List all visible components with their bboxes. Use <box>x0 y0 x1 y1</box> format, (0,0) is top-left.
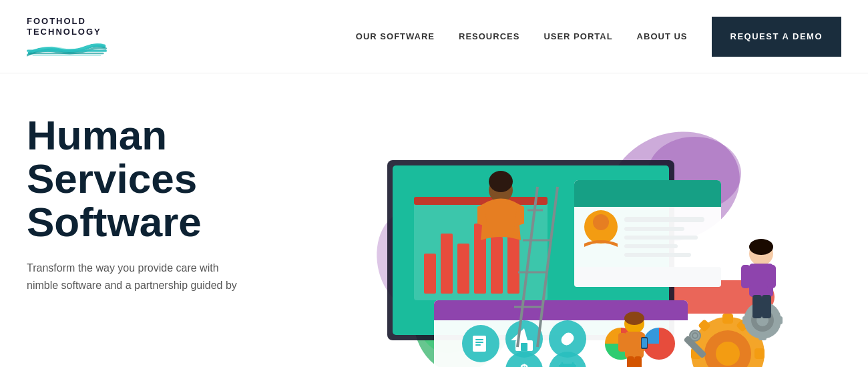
svg-rect-37 <box>475 339 483 340</box>
svg-point-25 <box>593 214 609 230</box>
svg-point-97 <box>690 330 700 341</box>
svg-rect-83 <box>618 333 626 352</box>
svg-rect-14 <box>457 244 469 294</box>
svg-rect-30 <box>624 253 691 257</box>
svg-rect-26 <box>624 217 704 222</box>
logo-line1: FOOTHOLD <box>27 16 86 26</box>
svg-rect-28 <box>624 236 698 240</box>
svg-rect-43 <box>521 343 527 351</box>
svg-rect-18 <box>414 197 548 205</box>
logo[interactable]: FOOTHOLD TECHNOLOGY <box>27 16 107 57</box>
svg-rect-76 <box>741 265 750 288</box>
hero-title: Human Services Software <box>27 113 280 244</box>
svg-rect-89 <box>642 338 647 348</box>
svg-point-20 <box>489 171 513 192</box>
hero-illustration-svg: $ <box>280 93 788 367</box>
svg-point-87 <box>624 312 644 325</box>
svg-rect-72 <box>742 316 749 324</box>
svg-text:$: $ <box>520 361 528 367</box>
svg-rect-34 <box>434 310 688 320</box>
hero-section: Human Services Software Transform the wa… <box>0 73 868 367</box>
svg-rect-59 <box>722 314 733 324</box>
hero-illustration: $ <box>280 100 841 367</box>
svg-rect-86 <box>634 356 642 367</box>
svg-rect-12 <box>424 254 436 294</box>
svg-rect-0 <box>27 50 107 52</box>
svg-rect-62 <box>754 348 765 359</box>
svg-rect-73 <box>776 316 783 324</box>
svg-rect-77 <box>767 265 776 288</box>
svg-rect-85 <box>627 356 634 367</box>
main-nav: OUR SOFTWARE RESOURCES USER PORTAL ABOUT… <box>356 17 841 57</box>
nav-about-us[interactable]: ABOUT US <box>637 31 688 41</box>
svg-rect-71 <box>758 334 767 340</box>
svg-rect-31 <box>574 267 721 287</box>
svg-rect-13 <box>441 234 453 294</box>
svg-rect-78 <box>752 295 762 318</box>
site-header: FOOTHOLD TECHNOLOGY OUR SOFTWARE RESOURC… <box>0 0 868 73</box>
hero-text-block: Human Services Software Transform the wa… <box>27 100 280 294</box>
svg-rect-79 <box>762 295 771 318</box>
svg-rect-36 <box>473 336 486 352</box>
svg-rect-39 <box>475 344 481 346</box>
nav-resources[interactable]: RESOURCES <box>459 31 519 41</box>
request-demo-button[interactable]: REQUEST A DEMO <box>712 17 842 57</box>
svg-rect-23 <box>574 197 721 207</box>
nav-user-portal[interactable]: USER PORTAL <box>544 31 612 41</box>
nav-our-software[interactable]: OUR SOFTWARE <box>356 31 435 41</box>
svg-rect-2 <box>33 55 101 56</box>
svg-rect-1 <box>29 53 103 55</box>
hero-subtitle: Transform the way you provide care with … <box>27 260 240 294</box>
svg-rect-38 <box>475 342 483 343</box>
svg-rect-16 <box>491 237 503 294</box>
svg-point-58 <box>716 342 740 366</box>
svg-point-80 <box>749 239 773 255</box>
svg-rect-27 <box>624 227 684 231</box>
svg-rect-29 <box>624 244 678 248</box>
logo-line2: TECHNOLOGY <box>27 27 101 37</box>
logo-waves-icon <box>27 38 107 57</box>
